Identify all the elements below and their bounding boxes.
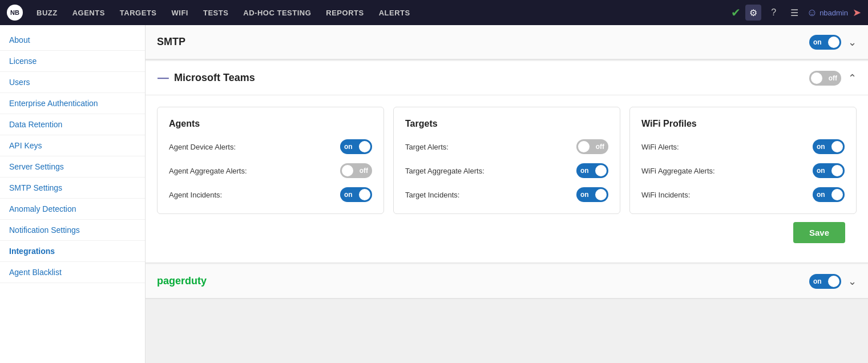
sidebar-item-integrations[interactable]: Integrations bbox=[0, 241, 145, 262]
smtp-controls: on ⌄ bbox=[809, 35, 857, 50]
smtp-header: SMTP on ⌄ bbox=[146, 25, 868, 59]
agent-aggregate-alerts-row: Agent Aggregate Alerts: off bbox=[169, 163, 372, 178]
nav-agents[interactable]: AGENTS bbox=[67, 9, 111, 17]
target-aggregate-alerts-toggle[interactable]: on bbox=[576, 163, 608, 178]
targets-card: Targets Target Alerts: off Target Aggreg… bbox=[393, 107, 620, 214]
target-alerts-row: Target Alerts: off bbox=[405, 139, 608, 154]
status-ok-icon: ✔ bbox=[731, 6, 741, 19]
app-logo[interactable]: NB bbox=[7, 5, 23, 21]
pagerduty-chevron-down[interactable]: ⌄ bbox=[848, 275, 857, 288]
agent-aggregate-alerts-toggle[interactable]: off bbox=[340, 163, 372, 178]
wifi-card-title: WiFi Profiles bbox=[641, 119, 845, 129]
smtp-title: SMTP bbox=[157, 36, 809, 48]
sidebar-item-agent-blacklist[interactable]: Agent Blacklist bbox=[0, 262, 145, 283]
nav-buzz[interactable]: BUZZ bbox=[31, 9, 63, 17]
sidebar-item-data-retention[interactable]: Data Retention bbox=[0, 114, 145, 135]
agents-card: Agents Agent Device Alerts: on Agent Agg… bbox=[157, 107, 384, 214]
ms-teams-title: ⸻ Microsoft Teams bbox=[157, 71, 809, 84]
nav-wifi[interactable]: WIFI bbox=[166, 9, 194, 17]
wifi-incidents-toggle[interactable]: on bbox=[813, 187, 845, 202]
smtp-toggle-knob bbox=[828, 37, 839, 48]
sidebar-item-license[interactable]: License bbox=[0, 51, 145, 72]
pagerduty-title: pagerduty bbox=[157, 275, 809, 287]
ms-teams-toggle-knob bbox=[811, 72, 822, 84]
pagerduty-header: pagerduty on ⌄ bbox=[146, 264, 868, 299]
username: nbadmin bbox=[819, 9, 848, 17]
nav-reports[interactable]: REPORTS bbox=[320, 9, 369, 17]
sidebar-item-api-keys[interactable]: API Keys bbox=[0, 135, 145, 156]
nav-alerts[interactable]: ALERTS bbox=[373, 9, 416, 17]
sidebar-item-users[interactable]: Users bbox=[0, 72, 145, 93]
docs-icon[interactable]: ☰ bbox=[786, 5, 802, 21]
pagerduty-toggle-knob bbox=[828, 276, 839, 287]
ms-teams-header: ⸻ Microsoft Teams off ⌃ bbox=[146, 61, 868, 95]
ms-teams-toggle[interactable]: off bbox=[809, 71, 841, 86]
agent-incidents-toggle[interactable]: on bbox=[340, 187, 372, 202]
agent-device-alerts-toggle[interactable]: on bbox=[340, 139, 372, 154]
nav-adhoc[interactable]: AD-HOC TESTING bbox=[237, 9, 317, 17]
wifi-alerts-row: WiFi Alerts: on bbox=[641, 139, 845, 154]
nav-targets[interactable]: TARGETS bbox=[114, 9, 163, 17]
wifi-incidents-label: WiFi Incidents: bbox=[641, 191, 690, 199]
logo-text: NB bbox=[10, 9, 19, 16]
ms-teams-section: ⸻ Microsoft Teams off ⌃ Agents bbox=[146, 61, 868, 263]
nav-tests[interactable]: TESTS bbox=[197, 9, 234, 17]
wifi-alerts-label: WiFi Alerts: bbox=[641, 143, 679, 151]
settings-icon[interactable]: ⚙ bbox=[745, 5, 761, 21]
ms-teams-chevron-up[interactable]: ⌃ bbox=[848, 72, 857, 84]
pagerduty-toggle[interactable]: on bbox=[809, 274, 841, 289]
wifi-aggregate-alerts-label: WiFi Aggregate Alerts: bbox=[641, 167, 715, 175]
sidebar-item-enterprise-auth[interactable]: Enterprise Authentication bbox=[0, 93, 145, 114]
agent-aggregate-alerts-label: Agent Aggregate Alerts: bbox=[169, 167, 247, 175]
target-alerts-toggle[interactable]: off bbox=[576, 139, 608, 154]
help-icon[interactable]: ? bbox=[766, 5, 782, 21]
targets-card-title: Targets bbox=[405, 119, 608, 129]
agent-device-alerts-row: Agent Device Alerts: on bbox=[169, 139, 372, 154]
user-menu[interactable]: ☺ nbadmin bbox=[807, 7, 848, 19]
sidebar-item-about[interactable]: About bbox=[0, 30, 145, 51]
ms-teams-controls: off ⌃ bbox=[809, 71, 857, 86]
nav-icons-group: ✔ ⚙ ? ☰ ☺ nbadmin ➤ bbox=[731, 5, 861, 21]
sidebar: About License Users Enterprise Authentic… bbox=[0, 25, 146, 363]
agents-card-title: Agents bbox=[169, 119, 372, 129]
agent-incidents-row: Agent Incidents: on bbox=[169, 187, 372, 202]
topnav: NB BUZZ AGENTS TARGETS WIFI TESTS AD-HOC… bbox=[0, 0, 868, 25]
wifi-card: WiFi Profiles WiFi Alerts: on WiFi Aggre… bbox=[629, 107, 857, 214]
wifi-incidents-row: WiFi Incidents: on bbox=[641, 187, 845, 202]
target-alerts-label: Target Alerts: bbox=[405, 143, 449, 151]
ms-teams-body: Agents Agent Device Alerts: on Agent Agg… bbox=[146, 95, 868, 263]
target-aggregate-alerts-label: Target Aggregate Alerts: bbox=[405, 167, 485, 175]
wifi-aggregate-alerts-row: WiFi Aggregate Alerts: on bbox=[641, 163, 845, 178]
sidebar-item-server-settings[interactable]: Server Settings bbox=[0, 156, 145, 178]
pagerduty-section: pagerduty on ⌄ bbox=[146, 264, 868, 299]
target-incidents-row: Target Incidents: on bbox=[405, 187, 608, 202]
agent-incidents-label: Agent Incidents: bbox=[169, 191, 222, 199]
smtp-toggle[interactable]: on bbox=[809, 35, 841, 50]
logout-icon[interactable]: ➤ bbox=[853, 6, 861, 19]
wifi-aggregate-alerts-toggle[interactable]: on bbox=[813, 163, 845, 178]
main-content: SMTP on ⌄ ⸻ Microsoft Teams bbox=[146, 25, 868, 363]
smtp-chevron-down[interactable]: ⌄ bbox=[848, 36, 857, 49]
target-incidents-label: Target Incidents: bbox=[405, 191, 459, 199]
sidebar-item-anomaly-detection[interactable]: Anomaly Detection bbox=[0, 199, 145, 220]
wifi-alerts-toggle[interactable]: on bbox=[813, 139, 845, 154]
ms-teams-icon: ⸻ bbox=[157, 71, 168, 84]
save-row: Save bbox=[157, 214, 857, 251]
alerts-cards-row: Agents Agent Device Alerts: on Agent Agg… bbox=[157, 107, 857, 214]
smtp-section: SMTP on ⌄ bbox=[146, 25, 868, 60]
agent-device-alerts-label: Agent Device Alerts: bbox=[169, 143, 236, 151]
target-aggregate-alerts-row: Target Aggregate Alerts: on bbox=[405, 163, 608, 178]
pagerduty-controls: on ⌄ bbox=[809, 274, 857, 289]
save-button[interactable]: Save bbox=[793, 222, 845, 243]
target-incidents-toggle[interactable]: on bbox=[576, 187, 608, 202]
user-icon: ☺ bbox=[807, 7, 817, 19]
sidebar-item-notification-settings[interactable]: Notification Settings bbox=[0, 220, 145, 241]
sidebar-item-smtp-settings[interactable]: SMTP Settings bbox=[0, 178, 145, 199]
